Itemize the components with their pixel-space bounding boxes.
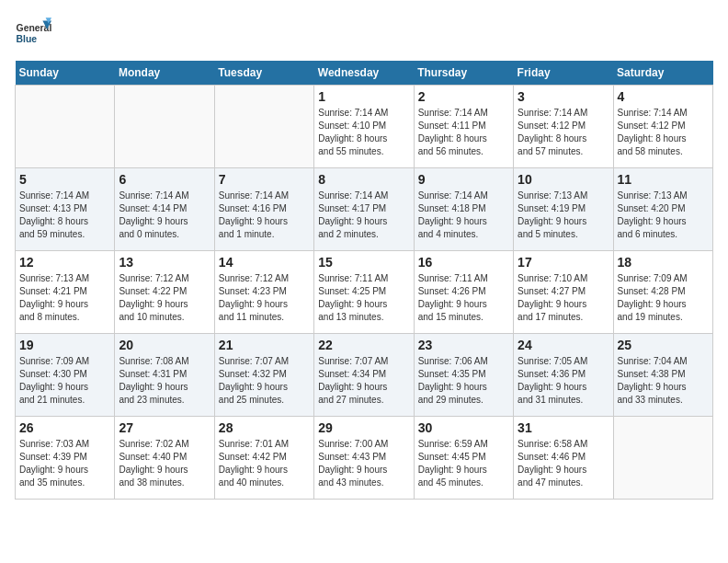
day-number: 18 — [618, 255, 709, 270]
day-number: 20 — [119, 338, 210, 352]
calendar-day: 1Sunrise: 7:14 AM Sunset: 4:10 PM Daylig… — [314, 86, 414, 168]
day-info: Sunrise: 7:14 AM Sunset: 4:16 PM Dayligh… — [219, 190, 310, 241]
calendar-day: 22Sunrise: 7:07 AM Sunset: 4:34 PM Dayli… — [314, 334, 414, 417]
calendar-day — [214, 86, 313, 168]
day-info: Sunrise: 7:07 AM Sunset: 4:32 PM Dayligh… — [219, 355, 310, 407]
weekday-header-friday: Friday — [514, 61, 613, 86]
calendar-week-row: 1Sunrise: 7:14 AM Sunset: 4:10 PM Daylig… — [16, 86, 713, 168]
calendar-week-row: 5Sunrise: 7:14 AM Sunset: 4:13 PM Daylig… — [16, 168, 713, 251]
calendar-day: 10Sunrise: 7:13 AM Sunset: 4:19 PM Dayli… — [514, 168, 613, 251]
day-info: Sunrise: 7:14 AM Sunset: 4:12 PM Dayligh… — [518, 107, 609, 158]
day-number: 29 — [318, 420, 409, 435]
page-header: General Blue — [15, 15, 713, 52]
calendar-day: 14Sunrise: 7:12 AM Sunset: 4:23 PM Dayli… — [214, 251, 313, 334]
day-number: 15 — [318, 255, 409, 270]
logo: General Blue — [15, 15, 55, 52]
day-number: 5 — [19, 172, 110, 187]
calendar-week-row: 26Sunrise: 7:03 AM Sunset: 4:39 PM Dayli… — [16, 417, 713, 500]
weekday-header-saturday: Saturday — [613, 61, 712, 86]
day-number: 3 — [518, 89, 609, 104]
calendar-day: 30Sunrise: 6:59 AM Sunset: 4:45 PM Dayli… — [414, 417, 513, 500]
day-number: 25 — [618, 338, 709, 352]
calendar-day: 26Sunrise: 7:03 AM Sunset: 4:39 PM Dayli… — [16, 417, 115, 500]
calendar-day: 2Sunrise: 7:14 AM Sunset: 4:11 PM Daylig… — [414, 86, 513, 168]
day-info: Sunrise: 7:13 AM Sunset: 4:20 PM Dayligh… — [618, 190, 709, 241]
weekday-header-row: SundayMondayTuesdayWednesdayThursdayFrid… — [16, 61, 713, 86]
calendar-day: 25Sunrise: 7:04 AM Sunset: 4:38 PM Dayli… — [613, 334, 712, 417]
calendar-day: 18Sunrise: 7:09 AM Sunset: 4:28 PM Dayli… — [613, 251, 712, 334]
day-info: Sunrise: 7:00 AM Sunset: 4:43 PM Dayligh… — [318, 438, 409, 489]
day-info: Sunrise: 7:12 AM Sunset: 4:23 PM Dayligh… — [219, 272, 310, 324]
weekday-header-wednesday: Wednesday — [314, 61, 414, 86]
calendar-day: 12Sunrise: 7:13 AM Sunset: 4:21 PM Dayli… — [16, 251, 115, 334]
calendar-day: 11Sunrise: 7:13 AM Sunset: 4:20 PM Dayli… — [613, 168, 712, 251]
day-info: Sunrise: 7:01 AM Sunset: 4:42 PM Dayligh… — [219, 438, 310, 489]
calendar-day: 31Sunrise: 6:58 AM Sunset: 4:46 PM Dayli… — [514, 417, 613, 500]
day-number: 2 — [418, 89, 509, 104]
weekday-header-monday: Monday — [115, 61, 214, 86]
day-number: 21 — [219, 338, 310, 352]
calendar-day: 5Sunrise: 7:14 AM Sunset: 4:13 PM Daylig… — [16, 168, 115, 251]
calendar-table: SundayMondayTuesdayWednesdayThursdayFrid… — [15, 61, 713, 500]
day-number: 27 — [119, 420, 210, 435]
day-info: Sunrise: 7:03 AM Sunset: 4:39 PM Dayligh… — [19, 438, 110, 489]
svg-text:Blue: Blue — [17, 34, 38, 44]
calendar-day: 24Sunrise: 7:05 AM Sunset: 4:36 PM Dayli… — [514, 334, 613, 417]
calendar-day: 15Sunrise: 7:11 AM Sunset: 4:25 PM Dayli… — [314, 251, 414, 334]
day-info: Sunrise: 7:09 AM Sunset: 4:30 PM Dayligh… — [19, 355, 110, 407]
day-number: 6 — [119, 172, 210, 187]
day-number: 16 — [418, 255, 509, 270]
weekday-header-thursday: Thursday — [414, 61, 513, 86]
day-number: 26 — [19, 420, 110, 435]
calendar-day: 20Sunrise: 7:08 AM Sunset: 4:31 PM Dayli… — [115, 334, 214, 417]
day-number: 24 — [518, 338, 609, 352]
day-info: Sunrise: 7:13 AM Sunset: 4:21 PM Dayligh… — [19, 272, 110, 324]
day-number: 11 — [618, 172, 709, 187]
calendar-day: 4Sunrise: 7:14 AM Sunset: 4:12 PM Daylig… — [613, 86, 712, 168]
day-number: 19 — [19, 338, 110, 352]
calendar-day — [613, 417, 712, 500]
day-number: 13 — [119, 255, 210, 270]
calendar-day: 19Sunrise: 7:09 AM Sunset: 4:30 PM Dayli… — [16, 334, 115, 417]
day-number: 10 — [518, 172, 609, 187]
day-info: Sunrise: 7:14 AM Sunset: 4:11 PM Dayligh… — [418, 107, 509, 158]
day-info: Sunrise: 7:07 AM Sunset: 4:34 PM Dayligh… — [318, 355, 409, 407]
day-info: Sunrise: 7:04 AM Sunset: 4:38 PM Dayligh… — [618, 355, 709, 407]
calendar-day: 29Sunrise: 7:00 AM Sunset: 4:43 PM Dayli… — [314, 417, 414, 500]
calendar-day: 21Sunrise: 7:07 AM Sunset: 4:32 PM Dayli… — [214, 334, 313, 417]
day-info: Sunrise: 7:14 AM Sunset: 4:12 PM Dayligh… — [618, 107, 709, 158]
day-number: 7 — [219, 172, 310, 187]
day-number: 28 — [219, 420, 310, 435]
day-number: 12 — [19, 255, 110, 270]
day-info: Sunrise: 7:14 AM Sunset: 4:18 PM Dayligh… — [418, 190, 509, 241]
calendar-day: 13Sunrise: 7:12 AM Sunset: 4:22 PM Dayli… — [115, 251, 214, 334]
calendar-day: 17Sunrise: 7:10 AM Sunset: 4:27 PM Dayli… — [514, 251, 613, 334]
day-info: Sunrise: 7:14 AM Sunset: 4:14 PM Dayligh… — [119, 190, 210, 241]
calendar-day — [16, 86, 115, 168]
day-info: Sunrise: 7:02 AM Sunset: 4:40 PM Dayligh… — [119, 438, 210, 489]
day-info: Sunrise: 7:11 AM Sunset: 4:25 PM Dayligh… — [318, 272, 409, 324]
day-number: 23 — [418, 338, 509, 352]
day-number: 31 — [518, 420, 609, 435]
weekday-header-sunday: Sunday — [16, 61, 115, 86]
calendar-day: 7Sunrise: 7:14 AM Sunset: 4:16 PM Daylig… — [214, 168, 313, 251]
day-info: Sunrise: 7:12 AM Sunset: 4:22 PM Dayligh… — [119, 272, 210, 324]
calendar-day: 16Sunrise: 7:11 AM Sunset: 4:26 PM Dayli… — [414, 251, 513, 334]
day-info: Sunrise: 7:14 AM Sunset: 4:17 PM Dayligh… — [318, 190, 409, 241]
day-info: Sunrise: 7:14 AM Sunset: 4:10 PM Dayligh… — [318, 107, 409, 158]
day-info: Sunrise: 7:10 AM Sunset: 4:27 PM Dayligh… — [518, 272, 609, 324]
calendar-day — [115, 86, 214, 168]
calendar-day: 8Sunrise: 7:14 AM Sunset: 4:17 PM Daylig… — [314, 168, 414, 251]
day-number: 22 — [318, 338, 409, 352]
day-info: Sunrise: 7:08 AM Sunset: 4:31 PM Dayligh… — [119, 355, 210, 407]
day-number: 17 — [518, 255, 609, 270]
day-info: Sunrise: 7:05 AM Sunset: 4:36 PM Dayligh… — [518, 355, 609, 407]
day-number: 30 — [418, 420, 509, 435]
day-info: Sunrise: 7:11 AM Sunset: 4:26 PM Dayligh… — [418, 272, 509, 324]
day-number: 4 — [618, 89, 709, 104]
day-number: 9 — [418, 172, 509, 187]
day-info: Sunrise: 7:14 AM Sunset: 4:13 PM Dayligh… — [19, 190, 110, 241]
weekday-header-tuesday: Tuesday — [214, 61, 313, 86]
calendar-week-row: 19Sunrise: 7:09 AM Sunset: 4:30 PM Dayli… — [16, 334, 713, 417]
day-info: Sunrise: 6:59 AM Sunset: 4:45 PM Dayligh… — [418, 438, 509, 489]
